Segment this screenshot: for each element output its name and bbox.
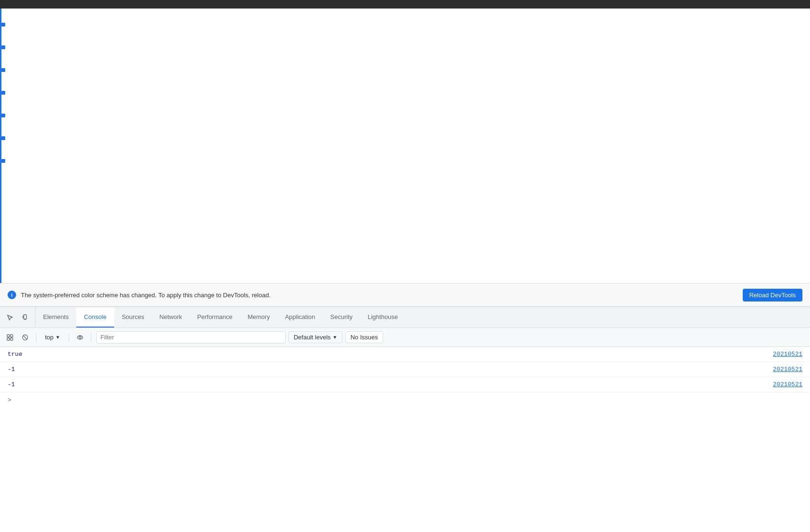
console-value-1: true <box>8 351 22 358</box>
console-timestamp-2[interactable]: 20210521 <box>773 366 802 373</box>
devtools-panel: Elements Console Sources Network Perform… <box>0 307 810 532</box>
eye-button[interactable] <box>74 331 86 344</box>
console-timestamp-3[interactable]: 20210521 <box>773 381 802 388</box>
tab-console[interactable]: Console <box>76 307 114 328</box>
svg-rect-2 <box>23 316 24 318</box>
svg-rect-6 <box>10 338 13 340</box>
tab-performance[interactable]: Performance <box>189 307 240 328</box>
info-message: The system-preferred color scheme has ch… <box>21 292 738 299</box>
context-selector[interactable]: top ▼ <box>41 332 64 343</box>
tab-network[interactable]: Network <box>152 307 190 328</box>
console-timestamp-1[interactable]: 20210521 <box>773 351 802 358</box>
svg-point-9 <box>79 337 81 338</box>
context-label: top <box>45 334 54 341</box>
code-hints <box>1 9 7 283</box>
tabs-list: Elements Console Sources Network Perform… <box>36 307 405 328</box>
console-value-3: -1 <box>8 381 15 388</box>
no-issues-button[interactable]: No Issues <box>345 331 383 343</box>
tab-sources[interactable]: Sources <box>114 307 152 328</box>
tab-lighthouse[interactable]: Lighthouse <box>360 307 405 328</box>
console-prompt-symbol: > <box>8 397 11 404</box>
info-banner: i The system-preferred color scheme has … <box>0 283 810 307</box>
info-icon: i <box>8 291 16 299</box>
code-hint-1 <box>1 23 5 27</box>
console-row-1: true 20210521 <box>0 347 810 362</box>
tab-application[interactable]: Application <box>278 307 323 328</box>
inspect-element-button[interactable] <box>4 311 16 324</box>
tab-security[interactable]: Security <box>323 307 360 328</box>
code-hint-7 <box>1 159 5 163</box>
svg-line-8 <box>23 336 27 339</box>
code-hint-5 <box>1 114 5 117</box>
reload-devtools-button[interactable]: Reload DevTools <box>743 289 802 301</box>
toolbar-icons <box>0 307 36 328</box>
tab-memory[interactable]: Memory <box>240 307 278 328</box>
levels-dropdown-icon: ▼ <box>333 335 337 340</box>
svg-rect-4 <box>10 335 13 337</box>
tab-elements[interactable]: Elements <box>36 307 76 328</box>
svg-rect-3 <box>7 335 9 337</box>
code-hint-4 <box>1 91 5 95</box>
svg-rect-1 <box>25 319 26 320</box>
clear-console-button[interactable] <box>4 331 16 344</box>
console-filter-input[interactable] <box>96 331 286 344</box>
context-dropdown-icon: ▼ <box>55 335 60 340</box>
console-divider-3 <box>91 333 91 342</box>
console-row-3: -1 20210521 <box>0 377 810 392</box>
console-toolbar: top ▼ Default levels ▼ No Issues <box>0 328 810 347</box>
console-input[interactable] <box>15 397 802 404</box>
console-output: true 20210521 -1 20210521 -1 20210521 > <box>0 347 810 532</box>
browser-bar <box>0 0 810 9</box>
console-divider-2 <box>69 333 69 342</box>
svg-rect-5 <box>7 338 9 340</box>
svg-rect-0 <box>24 315 27 319</box>
page-content <box>0 9 810 283</box>
console-prompt-row: > <box>0 392 810 408</box>
levels-label: Default levels <box>294 334 331 341</box>
code-hint-3 <box>1 68 5 72</box>
devtools-tabs: Elements Console Sources Network Perform… <box>0 307 810 328</box>
console-row-2: -1 20210521 <box>0 362 810 377</box>
device-toolbar-button[interactable] <box>19 311 31 324</box>
console-value-2: -1 <box>8 366 15 373</box>
code-hint-2 <box>1 45 5 49</box>
code-hint-6 <box>1 136 5 140</box>
ban-icon-button[interactable] <box>19 331 31 344</box>
log-levels-selector[interactable]: Default levels ▼ <box>288 331 342 343</box>
console-divider-1 <box>36 333 36 342</box>
